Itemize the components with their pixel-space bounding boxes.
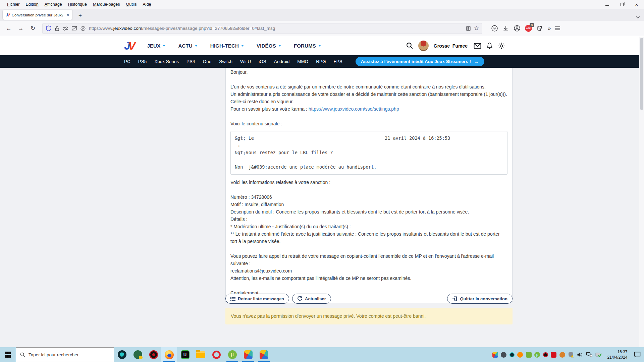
- tab-close-icon[interactable]: ×: [65, 12, 70, 18]
- refresh-button[interactable]: Actualiser: [292, 294, 331, 304]
- subnav-mmo[interactable]: MMO: [297, 59, 308, 64]
- scrollbar-thumb[interactable]: [640, 38, 643, 110]
- notifications-bell-icon[interactable]: [486, 42, 493, 49]
- menu-fichier[interactable]: Fichier: [4, 1, 23, 8]
- menu-edition[interactable]: Édition: [23, 1, 42, 8]
- toolbar-right: ABP 3 »: [491, 25, 560, 32]
- reload-button[interactable]: ↻: [28, 23, 38, 34]
- tray-nvidia-icon[interactable]: [526, 352, 532, 358]
- new-tab-button[interactable]: +: [76, 12, 85, 19]
- nav-videos[interactable]: VIDÉOS: [257, 43, 281, 49]
- page-scrollbar[interactable]: [639, 37, 644, 347]
- subnav-ps5[interactable]: PS5: [138, 59, 147, 64]
- download-icon[interactable]: [502, 25, 509, 32]
- nav-high-tech[interactable]: HIGH-TECH: [210, 43, 244, 49]
- jv-logo[interactable]: JV: [124, 40, 133, 52]
- minimize-button[interactable]: [600, 0, 614, 9]
- subnav-ios[interactable]: iOS: [259, 59, 266, 64]
- subnav-pc[interactable]: PC: [124, 59, 130, 64]
- forward-button[interactable]: →: [15, 23, 26, 34]
- tray-shield-icon[interactable]: [509, 352, 515, 357]
- notice-line-1: L'un de vos contenus a été signalé par u…: [230, 83, 507, 90]
- url-text[interactable]: https://www.jeuxvideo.com/messages-prive…: [89, 26, 463, 31]
- message-page: Bonjour, L'un de vos contenus a été sign…: [0, 68, 644, 331]
- taskbar-clock[interactable]: 16:37 21/04/2024: [607, 349, 627, 360]
- taskbar-app-utorrent-web[interactable]: U: [177, 347, 193, 362]
- taskbar-app-utorrent[interactable]: µ: [224, 347, 240, 362]
- messages-envelope-icon[interactable]: [474, 43, 481, 49]
- quit-conversation-button[interactable]: Quitter la conversation: [447, 294, 513, 304]
- event-promo-button[interactable]: Assistez à l'événement inédit Aux Jeux S…: [356, 57, 484, 66]
- close-icon: ×: [635, 2, 638, 7]
- tray-adguard-icon[interactable]: [517, 352, 523, 358]
- taskbar-app-explorer[interactable]: [193, 347, 209, 362]
- subnav-fps[interactable]: FPS: [334, 59, 342, 64]
- nav-forums[interactable]: FORUMS: [294, 43, 321, 49]
- url-bar[interactable]: https://www.jeuxvideo.com/messages-prive…: [42, 23, 482, 34]
- tray-avira-icon[interactable]: [551, 352, 556, 358]
- taskbar-app-antivirus[interactable]: [114, 347, 130, 362]
- account-icon[interactable]: [514, 25, 521, 32]
- username[interactable]: Grosse_Fumee: [434, 43, 468, 49]
- taskbar-app-globe[interactable]: [130, 347, 146, 362]
- nav-jeux[interactable]: JEUX: [147, 43, 165, 49]
- menu-affichage[interactable]: Affichage: [42, 1, 65, 8]
- tray-ccleaner-icon[interactable]: [559, 352, 565, 358]
- subnav-ps4[interactable]: PS4: [186, 59, 195, 64]
- images-blocked-icon[interactable]: [71, 26, 77, 31]
- taskbar-app-firefox[interactable]: [161, 347, 177, 362]
- back-to-list-button[interactable]: Retour liste messages: [225, 294, 289, 304]
- tracking-protection-shield-icon[interactable]: [46, 25, 52, 31]
- taskbar-app-bluestacks-1[interactable]: [240, 347, 256, 362]
- subnav-xbox-series[interactable]: Xbox Series: [154, 59, 179, 64]
- karma-link[interactable]: https://www.jeuxvideo.com/sso/settings.p…: [309, 106, 399, 112]
- tray-target-icon[interactable]: [543, 352, 548, 357]
- bookmark-star-icon[interactable]: ☆: [474, 25, 479, 32]
- menu-aide[interactable]: Aide: [140, 1, 154, 8]
- lock-icon[interactable]: [55, 26, 60, 31]
- taskbar-app-opera[interactable]: [209, 347, 224, 362]
- tray-utorrent-icon[interactable]: µ: [534, 352, 540, 358]
- tray-discord-icon[interactable]: [501, 352, 506, 358]
- subnav-rpg[interactable]: RPG: [316, 59, 326, 64]
- menu-historique[interactable]: Historique: [65, 1, 90, 8]
- menu-outils[interactable]: Outils: [123, 1, 140, 8]
- avatar[interactable]: [418, 41, 429, 51]
- restore-button[interactable]: [614, 0, 629, 9]
- taskbar-app-red[interactable]: [146, 347, 161, 362]
- theme-sun-icon[interactable]: [498, 42, 505, 50]
- taskbar-app-bluestacks-2[interactable]: [256, 347, 272, 362]
- subnav-wiiu[interactable]: Wii U: [240, 59, 251, 64]
- tray-volume-icon[interactable]: [577, 352, 583, 357]
- bluestacks-icon: [244, 350, 253, 359]
- autoplay-blocked-icon[interactable]: [80, 26, 86, 31]
- menu-marque-pages[interactable]: Marque-pages: [90, 1, 123, 8]
- subnav-switch[interactable]: Switch: [219, 59, 232, 64]
- list-all-tabs-button[interactable]: [636, 16, 640, 19]
- back-button[interactable]: ←: [3, 23, 14, 34]
- sanction-intro: Voici les informations relatives à votre…: [230, 179, 507, 186]
- start-button[interactable]: [0, 347, 16, 362]
- tab-conversation-privee[interactable]: JV Conversation privée sur Jeuxvid ×: [3, 10, 72, 20]
- adblock-plus-button[interactable]: ABP 3: [525, 25, 532, 32]
- tray-update-check-icon[interactable]: [595, 352, 602, 357]
- tray-network-icon[interactable]: [586, 352, 592, 357]
- pocket-icon[interactable]: [491, 25, 498, 32]
- permission-alert: Vous n'avez pas la permission d'envoyer …: [225, 308, 513, 324]
- extensions-puzzle-icon[interactable]: [537, 25, 543, 32]
- app-menu-button[interactable]: [555, 25, 560, 31]
- notification-center-icon[interactable]: [634, 351, 641, 358]
- reader-mode-icon[interactable]: [466, 26, 471, 31]
- platform-subnav: PC PS5 Xbox Series PS4 One Switch Wii U …: [0, 55, 644, 68]
- subnav-one[interactable]: One: [203, 59, 212, 64]
- overflow-menu-icon[interactable]: »: [548, 25, 551, 32]
- taskbar-search[interactable]: Taper ici pour rechercher: [16, 347, 114, 362]
- permissions-sliders-icon[interactable]: [63, 26, 68, 31]
- appeal-email: reclamations@jeuxvideo.com: [230, 267, 507, 275]
- close-button[interactable]: ×: [629, 0, 644, 9]
- subnav-android[interactable]: Android: [274, 59, 290, 64]
- tray-defender-icon[interactable]: [568, 352, 574, 358]
- tray-bluestacks-icon[interactable]: [492, 352, 498, 358]
- nav-actu[interactable]: ACTU: [178, 43, 197, 49]
- search-icon[interactable]: [406, 42, 413, 49]
